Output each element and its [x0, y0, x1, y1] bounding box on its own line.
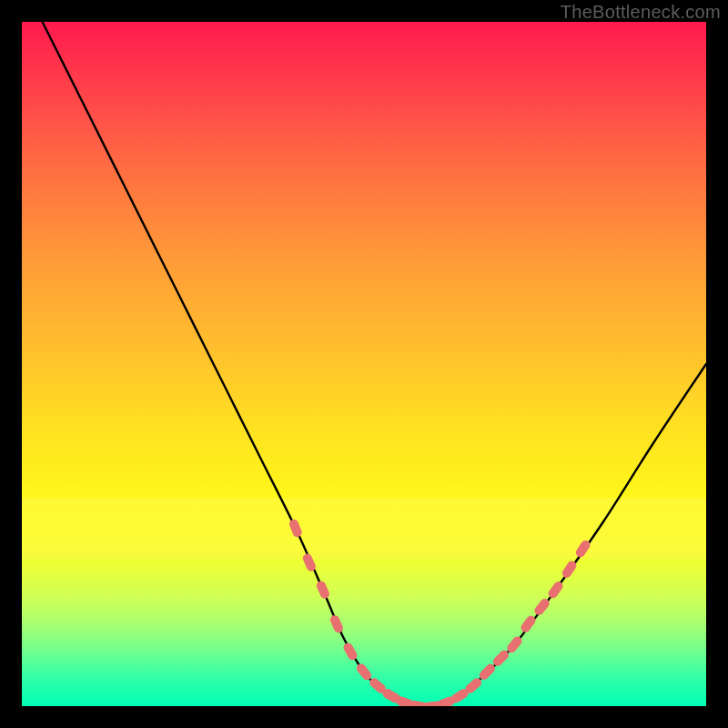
- bottleneck-curve-path: [43, 22, 706, 706]
- chart-svg: [22, 22, 706, 706]
- curve-dot: [342, 642, 359, 662]
- watermark-text: TheBottleneck.com: [561, 2, 721, 23]
- curve-dot: [288, 518, 303, 538]
- dots-layer: [288, 518, 592, 706]
- curve-layer: [43, 22, 706, 706]
- curve-dot: [329, 614, 344, 634]
- curve-dot: [315, 580, 330, 600]
